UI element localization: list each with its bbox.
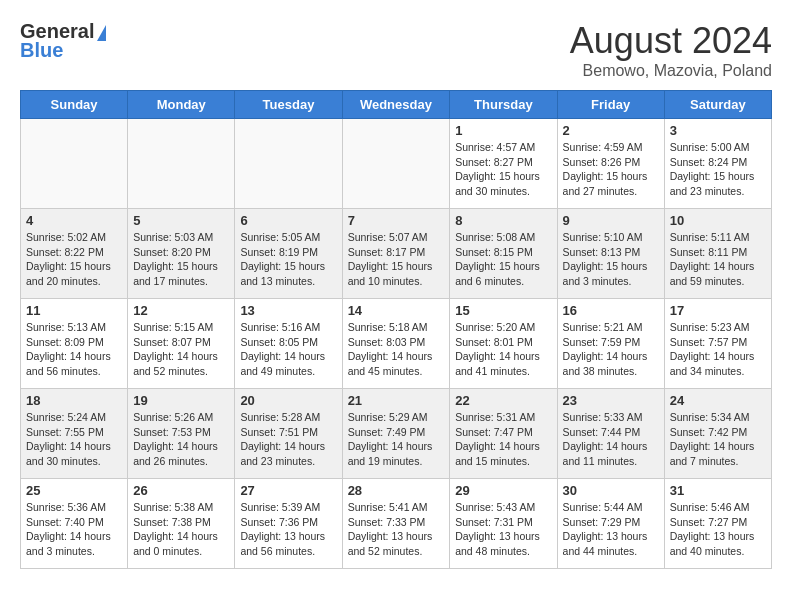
calendar-cell: 14Sunrise: 5:18 AM Sunset: 8:03 PM Dayli…	[342, 299, 450, 389]
day-info: Sunrise: 4:57 AM Sunset: 8:27 PM Dayligh…	[455, 140, 551, 199]
day-info: Sunrise: 5:23 AM Sunset: 7:57 PM Dayligh…	[670, 320, 766, 379]
calendar-cell: 21Sunrise: 5:29 AM Sunset: 7:49 PM Dayli…	[342, 389, 450, 479]
day-number: 3	[670, 123, 766, 138]
day-number: 20	[240, 393, 336, 408]
calendar-cell: 1Sunrise: 4:57 AM Sunset: 8:27 PM Daylig…	[450, 119, 557, 209]
calendar-cell: 30Sunrise: 5:44 AM Sunset: 7:29 PM Dayli…	[557, 479, 664, 569]
calendar-cell: 29Sunrise: 5:43 AM Sunset: 7:31 PM Dayli…	[450, 479, 557, 569]
week-row-4: 18Sunrise: 5:24 AM Sunset: 7:55 PM Dayli…	[21, 389, 772, 479]
day-number: 1	[455, 123, 551, 138]
day-number: 31	[670, 483, 766, 498]
calendar-cell	[128, 119, 235, 209]
day-info: Sunrise: 5:11 AM Sunset: 8:11 PM Dayligh…	[670, 230, 766, 289]
calendar-cell: 22Sunrise: 5:31 AM Sunset: 7:47 PM Dayli…	[450, 389, 557, 479]
calendar-cell: 23Sunrise: 5:33 AM Sunset: 7:44 PM Dayli…	[557, 389, 664, 479]
day-info: Sunrise: 5:07 AM Sunset: 8:17 PM Dayligh…	[348, 230, 445, 289]
day-info: Sunrise: 5:18 AM Sunset: 8:03 PM Dayligh…	[348, 320, 445, 379]
day-number: 5	[133, 213, 229, 228]
page-subtitle: Bemowo, Mazovia, Poland	[570, 62, 772, 80]
week-row-2: 4Sunrise: 5:02 AM Sunset: 8:22 PM Daylig…	[21, 209, 772, 299]
logo: General Blue	[20, 20, 106, 62]
calendar-cell: 16Sunrise: 5:21 AM Sunset: 7:59 PM Dayli…	[557, 299, 664, 389]
day-info: Sunrise: 5:36 AM Sunset: 7:40 PM Dayligh…	[26, 500, 122, 559]
calendar-cell: 12Sunrise: 5:15 AM Sunset: 8:07 PM Dayli…	[128, 299, 235, 389]
week-row-3: 11Sunrise: 5:13 AM Sunset: 8:09 PM Dayli…	[21, 299, 772, 389]
day-info: Sunrise: 5:00 AM Sunset: 8:24 PM Dayligh…	[670, 140, 766, 199]
day-info: Sunrise: 5:10 AM Sunset: 8:13 PM Dayligh…	[563, 230, 659, 289]
day-number: 2	[563, 123, 659, 138]
calendar-cell: 26Sunrise: 5:38 AM Sunset: 7:38 PM Dayli…	[128, 479, 235, 569]
calendar-cell: 24Sunrise: 5:34 AM Sunset: 7:42 PM Dayli…	[664, 389, 771, 479]
day-number: 15	[455, 303, 551, 318]
day-number: 14	[348, 303, 445, 318]
calendar-cell: 4Sunrise: 5:02 AM Sunset: 8:22 PM Daylig…	[21, 209, 128, 299]
day-number: 8	[455, 213, 551, 228]
calendar-cell: 25Sunrise: 5:36 AM Sunset: 7:40 PM Dayli…	[21, 479, 128, 569]
week-row-1: 1Sunrise: 4:57 AM Sunset: 8:27 PM Daylig…	[21, 119, 772, 209]
calendar-cell: 17Sunrise: 5:23 AM Sunset: 7:57 PM Dayli…	[664, 299, 771, 389]
day-number: 29	[455, 483, 551, 498]
day-number: 26	[133, 483, 229, 498]
title-area: August 2024 Bemowo, Mazovia, Poland	[570, 20, 772, 80]
calendar-cell: 2Sunrise: 4:59 AM Sunset: 8:26 PM Daylig…	[557, 119, 664, 209]
day-info: Sunrise: 5:34 AM Sunset: 7:42 PM Dayligh…	[670, 410, 766, 469]
calendar-cell: 11Sunrise: 5:13 AM Sunset: 8:09 PM Dayli…	[21, 299, 128, 389]
day-info: Sunrise: 5:05 AM Sunset: 8:19 PM Dayligh…	[240, 230, 336, 289]
calendar-cell: 19Sunrise: 5:26 AM Sunset: 7:53 PM Dayli…	[128, 389, 235, 479]
calendar-cell: 7Sunrise: 5:07 AM Sunset: 8:17 PM Daylig…	[342, 209, 450, 299]
weekday-header-thursday: Thursday	[450, 91, 557, 119]
day-info: Sunrise: 5:03 AM Sunset: 8:20 PM Dayligh…	[133, 230, 229, 289]
day-number: 7	[348, 213, 445, 228]
day-info: Sunrise: 5:41 AM Sunset: 7:33 PM Dayligh…	[348, 500, 445, 559]
day-info: Sunrise: 4:59 AM Sunset: 8:26 PM Dayligh…	[563, 140, 659, 199]
day-info: Sunrise: 5:31 AM Sunset: 7:47 PM Dayligh…	[455, 410, 551, 469]
calendar-cell: 6Sunrise: 5:05 AM Sunset: 8:19 PM Daylig…	[235, 209, 342, 299]
calendar-cell: 9Sunrise: 5:10 AM Sunset: 8:13 PM Daylig…	[557, 209, 664, 299]
weekday-header-wednesday: Wednesday	[342, 91, 450, 119]
day-number: 9	[563, 213, 659, 228]
logo-triangle-icon	[97, 25, 106, 41]
day-info: Sunrise: 5:38 AM Sunset: 7:38 PM Dayligh…	[133, 500, 229, 559]
calendar-cell: 15Sunrise: 5:20 AM Sunset: 8:01 PM Dayli…	[450, 299, 557, 389]
day-number: 23	[563, 393, 659, 408]
calendar-cell: 31Sunrise: 5:46 AM Sunset: 7:27 PM Dayli…	[664, 479, 771, 569]
page-title: August 2024	[570, 20, 772, 62]
day-info: Sunrise: 5:33 AM Sunset: 7:44 PM Dayligh…	[563, 410, 659, 469]
calendar-table: SundayMondayTuesdayWednesdayThursdayFrid…	[20, 90, 772, 569]
day-number: 18	[26, 393, 122, 408]
day-number: 11	[26, 303, 122, 318]
day-info: Sunrise: 5:08 AM Sunset: 8:15 PM Dayligh…	[455, 230, 551, 289]
calendar-cell	[342, 119, 450, 209]
day-info: Sunrise: 5:46 AM Sunset: 7:27 PM Dayligh…	[670, 500, 766, 559]
weekday-header-monday: Monday	[128, 91, 235, 119]
logo-blue-text: Blue	[20, 39, 63, 62]
day-info: Sunrise: 5:44 AM Sunset: 7:29 PM Dayligh…	[563, 500, 659, 559]
day-info: Sunrise: 5:39 AM Sunset: 7:36 PM Dayligh…	[240, 500, 336, 559]
day-info: Sunrise: 5:28 AM Sunset: 7:51 PM Dayligh…	[240, 410, 336, 469]
day-number: 16	[563, 303, 659, 318]
day-number: 28	[348, 483, 445, 498]
weekday-header-row: SundayMondayTuesdayWednesdayThursdayFrid…	[21, 91, 772, 119]
day-info: Sunrise: 5:13 AM Sunset: 8:09 PM Dayligh…	[26, 320, 122, 379]
weekday-header-tuesday: Tuesday	[235, 91, 342, 119]
day-info: Sunrise: 5:21 AM Sunset: 7:59 PM Dayligh…	[563, 320, 659, 379]
calendar-cell: 3Sunrise: 5:00 AM Sunset: 8:24 PM Daylig…	[664, 119, 771, 209]
day-info: Sunrise: 5:16 AM Sunset: 8:05 PM Dayligh…	[240, 320, 336, 379]
day-number: 6	[240, 213, 336, 228]
weekday-header-sunday: Sunday	[21, 91, 128, 119]
day-number: 13	[240, 303, 336, 318]
week-row-5: 25Sunrise: 5:36 AM Sunset: 7:40 PM Dayli…	[21, 479, 772, 569]
day-info: Sunrise: 5:20 AM Sunset: 8:01 PM Dayligh…	[455, 320, 551, 379]
calendar-cell: 5Sunrise: 5:03 AM Sunset: 8:20 PM Daylig…	[128, 209, 235, 299]
day-number: 24	[670, 393, 766, 408]
calendar-cell	[235, 119, 342, 209]
calendar-cell: 20Sunrise: 5:28 AM Sunset: 7:51 PM Dayli…	[235, 389, 342, 479]
day-number: 19	[133, 393, 229, 408]
day-number: 22	[455, 393, 551, 408]
day-number: 30	[563, 483, 659, 498]
day-info: Sunrise: 5:29 AM Sunset: 7:49 PM Dayligh…	[348, 410, 445, 469]
day-info: Sunrise: 5:43 AM Sunset: 7:31 PM Dayligh…	[455, 500, 551, 559]
day-number: 12	[133, 303, 229, 318]
header: General Blue August 2024 Bemowo, Mazovia…	[20, 20, 772, 80]
weekday-header-friday: Friday	[557, 91, 664, 119]
